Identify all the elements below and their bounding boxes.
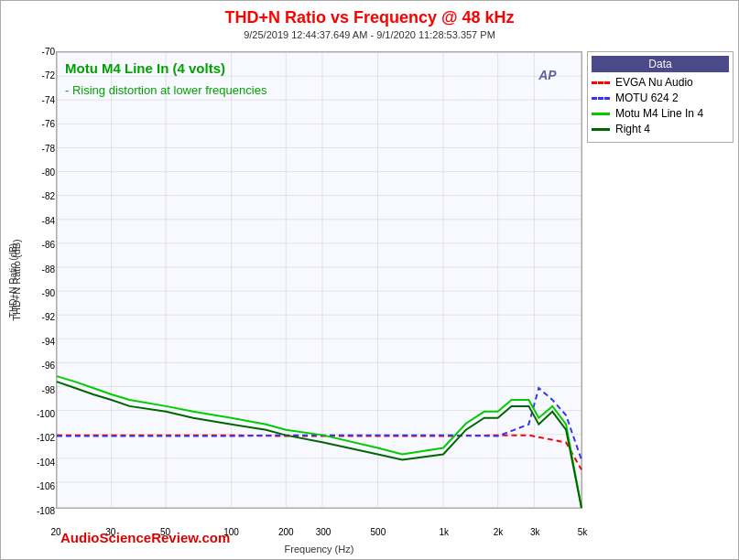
chart-svg: AP [57,52,581,508]
y-axis-label: THD+N Ratio (dB) [9,242,19,317]
legend-color-motum4 [592,113,610,115]
chart-area: AP [56,51,582,509]
chart-subtitle: 9/25/2019 12:44:37.649 AM - 9/1/2020 11:… [1,29,738,40]
annotation-sub: - Rising distortion at lower frequencies [65,83,266,97]
legend-label-evga: EVGA Nu Audio [615,76,693,89]
legend-item-evga: EVGA Nu Audio [592,76,729,89]
y-axis-ticks: -70 -72 -74 -76 -78 -80 -82 -84 -86 -88 … [26,51,55,509]
annotation-main: Motu M4 Line In (4 volts) [65,60,225,76]
legend-title: Data [592,56,729,72]
legend-item-motum4: Motu M4 Line In 4 [592,107,729,120]
legend-color-motu624 [592,97,610,100]
svg-text:AP: AP [538,68,557,82]
legend-box: Data EVGA Nu Audio MOTU 624 2 Motu M4 Li… [587,51,734,143]
chart-container: THD+N Ratio vs Frequency @ 48 kHz 9/25/2… [0,0,739,560]
legend-color-right [592,128,610,131]
legend-item-motu624: MOTU 624 2 [592,92,729,104]
y-axis-label-container: THD+N Ratio (dB) [4,51,24,509]
chart-title: THD+N Ratio vs Frequency @ 48 kHz [1,1,738,27]
legend-item-right: Right 4 [592,123,729,135]
legend-label-motu624: MOTU 624 2 [615,92,679,104]
legend-label-right: Right 4 [615,123,650,135]
legend-color-evga [592,81,610,84]
watermark: AudioScienceReview.com [60,530,230,545]
legend-label-motum4: Motu M4 Line In 4 [615,107,703,120]
